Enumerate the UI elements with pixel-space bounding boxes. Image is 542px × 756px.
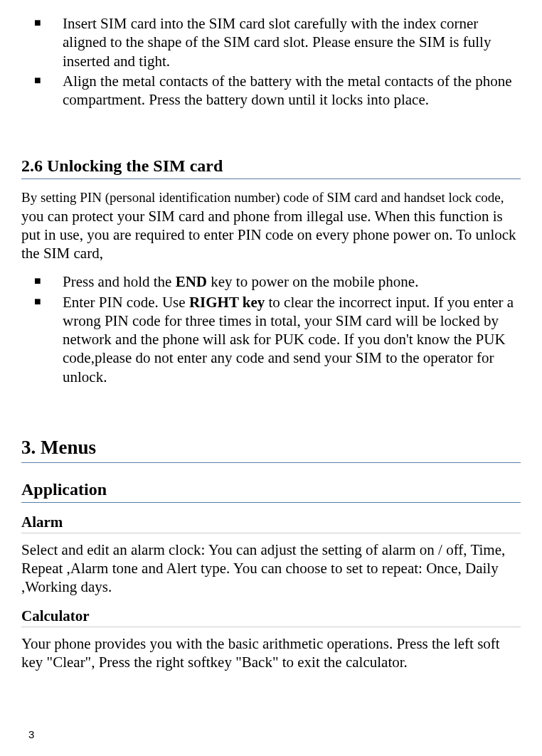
bullet-bold: RIGHT key (189, 294, 265, 311)
item-heading-alarm: Alarm (21, 513, 521, 533)
sub-heading-application: Application (21, 479, 521, 503)
list-item: Insert SIM card into the SIM card slot c… (21, 14, 521, 70)
top-bullet-list: Insert SIM card into the SIM card slot c… (21, 14, 521, 109)
bullet-text: Press and hold the (63, 273, 176, 290)
bullet-bold: END (176, 273, 207, 290)
section-intro-text: By setting PIN (personal identification … (21, 188, 521, 262)
item-heading-calculator: Calculator (21, 607, 521, 627)
intro-text-small: By setting PIN (personal identification … (21, 190, 504, 205)
calculator-text: Your phone provides you with the basic a… (21, 634, 521, 672)
bullet-text: key to power on the mobile phone. (207, 273, 418, 290)
chapter-heading-menus: 3. Menus (21, 436, 521, 463)
list-item: Enter PIN code. Use RIGHT key to clear t… (21, 293, 521, 386)
bullet-text: Enter PIN code. Use (63, 294, 189, 311)
list-item: Align the metal contacts of the battery … (21, 72, 521, 110)
list-item: Press and hold the END key to power on t… (21, 272, 521, 291)
page-number: 3 (28, 728, 34, 742)
section-heading-unlock-sim: 2.6 Unlocking the SIM card (21, 155, 521, 179)
intro-text-normal: you can protect your SIM card and phone … (21, 208, 516, 262)
unlock-bullet-list: Press and hold the END key to power on t… (21, 272, 521, 386)
alarm-text: Select and edit an alarm clock: You can … (21, 541, 521, 597)
